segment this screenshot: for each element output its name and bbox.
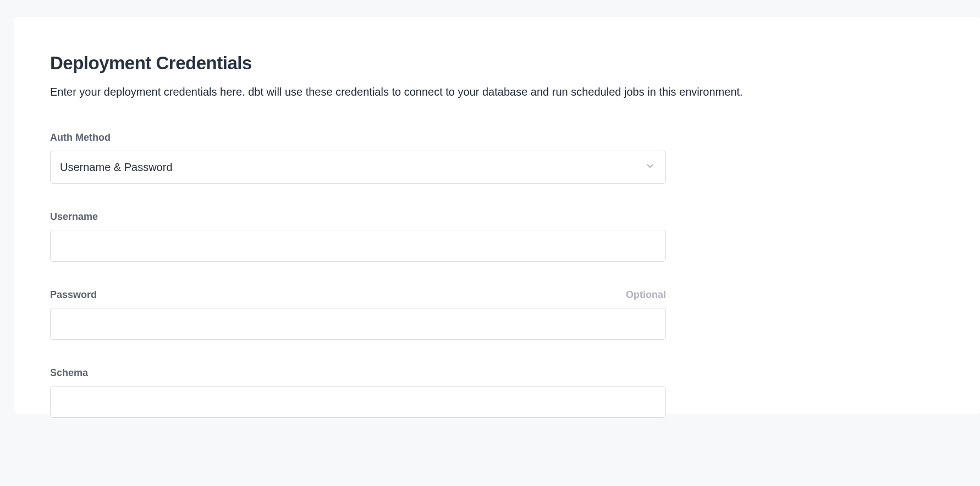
schema-group: Schema bbox=[50, 367, 666, 418]
auth-method-select[interactable]: Username & Password bbox=[50, 151, 666, 184]
credentials-card: Deployment Credentials Enter your deploy… bbox=[14, 16, 980, 415]
schema-label-row: Schema bbox=[50, 367, 666, 379]
auth-method-selected-value: Username & Password bbox=[60, 161, 173, 174]
password-label: Password bbox=[50, 289, 97, 301]
password-group: Password Optional bbox=[50, 289, 666, 340]
page-title: Deployment Credentials bbox=[50, 53, 944, 74]
username-label-row: Username bbox=[50, 211, 666, 223]
auth-method-label: Auth Method bbox=[50, 132, 111, 143]
auth-method-select-wrapper: Username & Password bbox=[50, 151, 666, 184]
username-label: Username bbox=[50, 211, 98, 223]
password-label-row: Password Optional bbox=[50, 289, 666, 301]
auth-method-label-row: Auth Method bbox=[50, 132, 666, 143]
username-group: Username bbox=[50, 211, 666, 262]
username-input[interactable] bbox=[50, 230, 666, 262]
auth-method-group: Auth Method Username & Password bbox=[50, 132, 666, 184]
schema-label: Schema bbox=[50, 367, 88, 379]
schema-input[interactable] bbox=[50, 386, 666, 418]
page-description: Enter your deployment credentials here. … bbox=[50, 84, 944, 100]
password-hint: Optional bbox=[626, 289, 666, 301]
password-input[interactable] bbox=[50, 308, 666, 340]
